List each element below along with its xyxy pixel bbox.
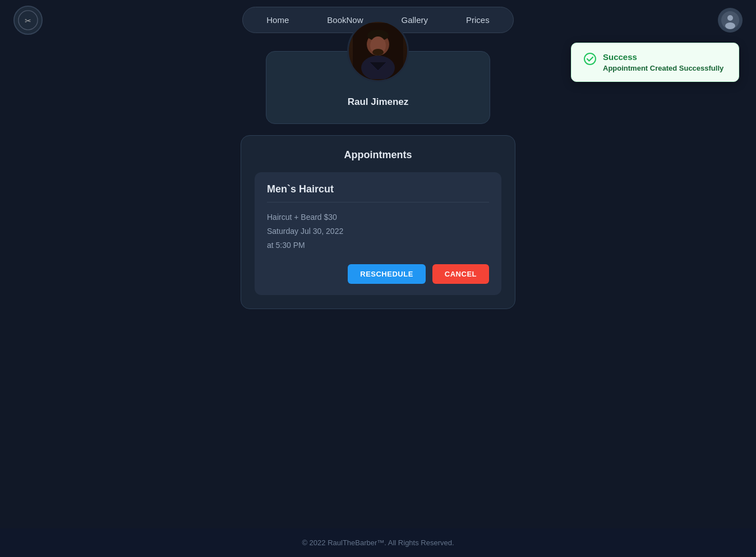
- cancel-button[interactable]: CANCEL: [432, 264, 489, 284]
- appointment-detail-date: Saturday Jul 30, 2022: [267, 224, 489, 238]
- footer: © 2022 RaulTheBarber™. All Rights Reserv…: [0, 528, 756, 557]
- toast-title: Success: [603, 52, 723, 62]
- user-avatar-nav[interactable]: [718, 8, 743, 33]
- logo[interactable]: ✂: [13, 6, 43, 35]
- appointment-detail-price: Haircut + Beard $30: [267, 210, 489, 224]
- appointment-item: Men`s Haircut Haircut + Beard $30 Saturd…: [255, 172, 501, 295]
- appointment-actions: RESCHEDULE CANCEL: [267, 264, 489, 284]
- nav-home[interactable]: Home: [248, 11, 307, 29]
- barber-name: Raul Jimenez: [289, 96, 467, 108]
- appointments-title: Appointments: [255, 149, 501, 161]
- appointment-details: Haircut + Beard $30 Saturday Jul 30, 202…: [267, 210, 489, 253]
- appointment-divider: [267, 202, 489, 202]
- footer-text: © 2022 RaulTheBarber™. All Rights Reserv…: [302, 538, 454, 547]
- success-text: Success Appointment Created Successfully: [603, 52, 723, 72]
- appointment-detail-time: at 5:30 PM: [267, 238, 489, 252]
- success-toast: Success Appointment Created Successfully: [571, 43, 739, 82]
- svg-point-10: [372, 49, 384, 56]
- appointments-card: Appointments Men`s Haircut Haircut + Bea…: [241, 135, 515, 309]
- success-icon: [584, 53, 596, 68]
- nav-prices[interactable]: Prices: [448, 11, 508, 29]
- appointment-service-name: Men`s Haircut: [267, 183, 489, 195]
- svg-point-4: [725, 22, 735, 29]
- svg-point-11: [584, 53, 596, 65]
- svg-point-3: [727, 15, 733, 21]
- barber-avatar: [347, 20, 409, 82]
- barber-profile-wrapper: Raul Jimenez: [266, 51, 490, 124]
- svg-text:✂: ✂: [25, 16, 31, 25]
- toast-subtitle: Appointment Created Successfully: [603, 64, 723, 72]
- reschedule-button[interactable]: RESCHEDULE: [348, 264, 426, 284]
